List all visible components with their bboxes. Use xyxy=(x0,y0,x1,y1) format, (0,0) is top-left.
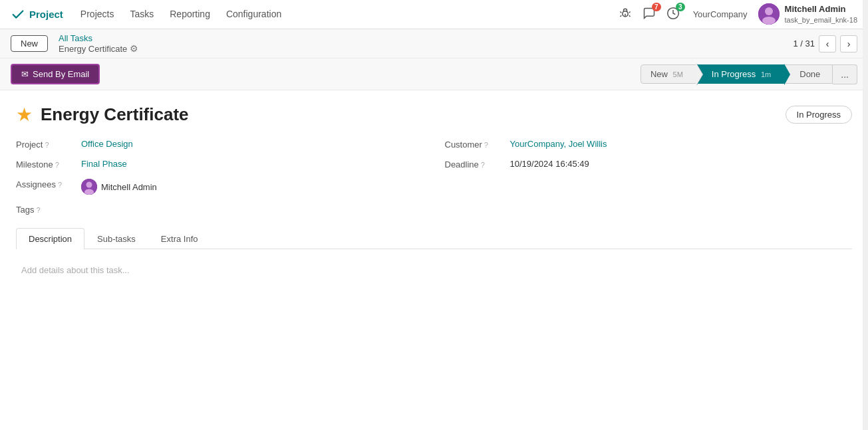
field-project: Project ? Office Design xyxy=(16,139,424,150)
nav-link-configuration[interactable]: Configuration xyxy=(219,0,288,29)
nav-right: 7 3 YourCompany Mitchell Admin task_by_e… xyxy=(616,3,857,26)
status-badge[interactable]: In Progress xyxy=(786,106,852,124)
field-deadline: Deadline ? 10/19/2024 16:45:49 xyxy=(445,159,853,169)
stage-bar: New 5M In Progress 1m Done ... xyxy=(641,64,857,84)
toolbar: ✉ Send By Email New 5M In Progress 1m Do… xyxy=(0,58,868,90)
user-avatar[interactable] xyxy=(758,3,780,25)
top-nav: Project Projects Tasks Reporting Configu… xyxy=(0,0,868,29)
stage-in-progress-label: In Progress xyxy=(712,69,756,79)
breadcrumb: All Tasks Energy Certificate ⚙ xyxy=(59,33,138,54)
deadline-help-icon[interactable]: ? xyxy=(481,161,485,169)
nav-link-projects[interactable]: Projects xyxy=(74,0,121,29)
svg-line-4 xyxy=(620,15,621,17)
stage-in-progress[interactable]: In Progress 1m xyxy=(696,64,785,84)
stage-new-label: New xyxy=(651,69,668,79)
field-milestone: Milestone ? Final Phase xyxy=(16,159,424,169)
milestone-help-icon[interactable]: ? xyxy=(55,161,59,169)
send-by-email-button[interactable]: ✉ Send By Email xyxy=(11,64,100,84)
svg-line-2 xyxy=(620,11,621,13)
field-assignees: Assignees ? Mitchell Admin xyxy=(16,179,424,195)
stage-new-count: 5M xyxy=(673,70,683,78)
stage-in-progress-count: 1m xyxy=(761,70,771,78)
gear-icon[interactable]: ⚙ xyxy=(130,43,138,54)
new-button[interactable]: New xyxy=(11,35,48,52)
user-name: Mitchell Admin xyxy=(785,3,857,15)
nav-brand-label: Project xyxy=(29,9,63,20)
milestone-label: Milestone ? xyxy=(16,159,76,169)
assignee-wrap: Mitchell Admin xyxy=(81,179,157,195)
svg-point-9 xyxy=(762,17,776,25)
deadline-value: 10/19/2024 16:45:49 xyxy=(510,159,589,169)
fields-grid: Project ? Office Design Milestone ? Fina… xyxy=(16,139,852,215)
tab-description[interactable]: Description xyxy=(16,228,84,249)
tab-subtasks[interactable]: Sub-tasks xyxy=(84,228,148,249)
tags-label: Tags ? xyxy=(16,204,76,215)
stage-new[interactable]: New 5M xyxy=(641,64,697,84)
scrollbar[interactable] xyxy=(863,0,868,326)
project-value[interactable]: Office Design xyxy=(81,139,133,149)
nav-link-tasks[interactable]: Tasks xyxy=(123,0,160,29)
tab-extra-info[interactable]: Extra Info xyxy=(148,228,211,249)
description-area[interactable]: Add details about this task... xyxy=(16,260,852,313)
pagination: 1 / 31 ‹ › xyxy=(793,35,857,53)
svg-line-3 xyxy=(629,11,630,13)
activity-badge: 3 xyxy=(676,3,685,11)
user-info: Mitchell Admin task_by_email_knk-18 xyxy=(785,3,857,26)
customer-label: Customer ? xyxy=(445,139,505,150)
messages-badge: 7 xyxy=(652,3,661,11)
task-title: Energy Certificate xyxy=(41,104,786,125)
assignee-name[interactable]: Mitchell Admin xyxy=(101,182,157,192)
next-page-button[interactable]: › xyxy=(840,35,857,53)
stage-more-button[interactable]: ... xyxy=(833,64,857,84)
assignee-avatar xyxy=(81,179,97,195)
nav-link-reporting[interactable]: Reporting xyxy=(163,0,217,29)
customer-value[interactable]: YourCompany, Joel Willis xyxy=(510,139,607,149)
prev-page-button[interactable]: ‹ xyxy=(819,35,836,53)
tabs-bar: Description Sub-tasks Extra Info xyxy=(16,228,852,249)
stage-done-label: Done xyxy=(799,69,820,79)
user-sub: task_by_email_knk-18 xyxy=(785,15,857,25)
svg-line-5 xyxy=(629,15,630,17)
project-label: Project ? xyxy=(16,139,76,150)
breadcrumb-all-tasks[interactable]: All Tasks xyxy=(59,33,138,43)
breadcrumb-bar: New All Tasks Energy Certificate ⚙ 1 / 3… xyxy=(0,29,868,58)
pagination-count: 1 / 31 xyxy=(793,39,815,49)
email-icon: ✉ xyxy=(21,69,29,79)
messages-icon-btn[interactable]: 7 xyxy=(640,4,658,25)
send-email-label: Send By Email xyxy=(33,69,89,79)
activity-icon-btn[interactable]: 3 xyxy=(664,4,682,25)
main-content: ★ Energy Certificate In Progress Project… xyxy=(0,90,868,326)
svg-point-8 xyxy=(765,7,773,15)
milestone-value[interactable]: Final Phase xyxy=(81,159,127,169)
task-header: ★ Energy Certificate In Progress xyxy=(16,104,852,126)
field-customer: Customer ? YourCompany, Joel Willis xyxy=(445,139,853,150)
fields-right: Customer ? YourCompany, Joel Willis Dead… xyxy=(445,139,853,215)
field-tags: Tags ? xyxy=(16,204,424,215)
stage-done[interactable]: Done xyxy=(784,64,833,84)
customer-help-icon[interactable]: ? xyxy=(484,141,488,149)
assignees-help-icon[interactable]: ? xyxy=(58,181,62,189)
deadline-label: Deadline ? xyxy=(445,159,505,169)
company-name: YourCompany xyxy=(693,9,748,19)
assignees-label: Assignees ? xyxy=(16,179,76,189)
svg-point-11 xyxy=(86,182,92,188)
nav-brand[interactable]: Project xyxy=(11,7,63,22)
bug-icon-btn[interactable] xyxy=(616,4,635,25)
project-help-icon[interactable]: ? xyxy=(45,141,49,149)
tags-help-icon[interactable]: ? xyxy=(36,206,40,214)
task-star[interactable]: ★ xyxy=(16,104,33,126)
fields-left: Project ? Office Design Milestone ? Fina… xyxy=(16,139,424,215)
breadcrumb-current-text: Energy Certificate xyxy=(59,44,127,54)
breadcrumb-current: Energy Certificate ⚙ xyxy=(59,43,138,54)
